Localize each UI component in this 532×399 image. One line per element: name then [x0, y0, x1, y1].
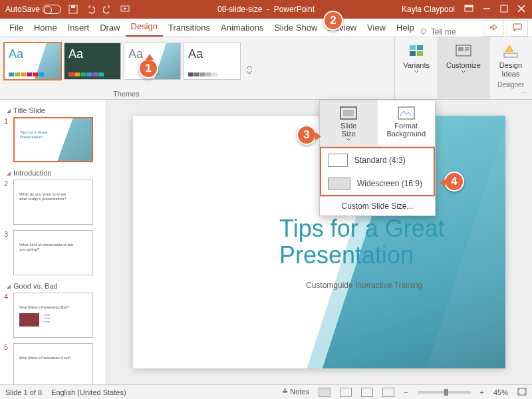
format-background-icon	[397, 106, 416, 120]
tab-design[interactable]: Design	[126, 18, 163, 37]
section-header[interactable]: Introduction	[3, 166, 103, 178]
redo-icon[interactable]	[102, 4, 113, 15]
aspect-16-9-icon	[328, 178, 350, 190]
zoom-slider[interactable]	[418, 391, 471, 394]
thumb-number: 5	[4, 343, 11, 351]
share-icon[interactable]	[483, 20, 504, 37]
svg-point-9	[421, 29, 426, 33]
svg-rect-4	[465, 5, 473, 7]
autosave-toggle[interactable]: AutoSave	[5, 5, 61, 14]
close-icon[interactable]	[517, 5, 525, 15]
language[interactable]: English (United States)	[51, 388, 126, 396]
customize-dropdown: Slide Size Format Background Standard (4…	[319, 100, 436, 216]
lightbulb-icon	[420, 28, 428, 37]
thumb-number: 2	[4, 180, 11, 188]
svg-rect-13	[417, 45, 423, 50]
thumb-number: 1	[4, 117, 11, 125]
thumb-number: 3	[4, 230, 11, 238]
option-widescreen[interactable]: Widescreen (16:9)	[321, 172, 434, 195]
theme-tile-2[interactable]: Aa	[64, 43, 121, 80]
theme-tile-1[interactable]: Aa	[4, 43, 61, 80]
svg-rect-15	[417, 51, 423, 56]
slide-title[interactable]: Tips for a Great Presentation	[279, 215, 445, 268]
comments-icon[interactable]	[507, 20, 528, 37]
tab-draw[interactable]: Draw	[94, 19, 125, 37]
zoom-in-icon[interactable]: +	[480, 388, 484, 396]
option-custom-size[interactable]: Custom Slide Size...	[320, 196, 435, 215]
customize-button[interactable]: Customize	[438, 37, 489, 99]
collapse-ribbon-icon[interactable]: ︿	[521, 87, 528, 96]
slide-size-button[interactable]: Slide Size	[320, 100, 378, 146]
option-standard[interactable]: Standard (4:3)	[321, 148, 434, 172]
zoom-level[interactable]: 45%	[493, 388, 508, 396]
user-name[interactable]: Kayla Claypool	[402, 5, 455, 14]
tab-slideshow[interactable]: Slide Show	[269, 19, 323, 37]
start-slideshow-icon[interactable]	[120, 4, 130, 15]
slide-thumbnail-panel[interactable]: Title Slide 1 Tips for a Great Presentat…	[0, 100, 106, 384]
window-title: 08-slide-size - PowerPoint	[130, 5, 402, 14]
theme-tile-4[interactable]: Aa	[184, 43, 241, 80]
slide-thumbnail-1[interactable]: Tips for a Great Presentation	[13, 117, 93, 162]
ribbon-tabs: File Home Insert Draw Design Transitions…	[0, 19, 532, 37]
zoom-out-icon[interactable]: −	[404, 388, 408, 396]
theme-more-icon[interactable]	[243, 43, 254, 96]
aspect-4-3-icon	[328, 154, 348, 167]
callout-1: 1	[138, 59, 158, 78]
undo-icon[interactable]	[85, 4, 96, 15]
work-area: Title Slide 1 Tips for a Great Presentat…	[0, 100, 532, 384]
slide-thumbnail-4[interactable]: What Makes a Presentation Bad? • item• i…	[13, 293, 93, 338]
title-bar: AutoSave 08-slide-size - PowerPoint Kayl…	[0, 0, 532, 19]
notes-button[interactable]: ≜ Notes	[282, 388, 309, 396]
svg-rect-14	[410, 51, 416, 56]
save-icon[interactable]	[68, 4, 78, 15]
callout-2: 2	[323, 11, 343, 31]
callout-4: 4	[444, 172, 464, 192]
tab-home[interactable]: Home	[29, 19, 63, 37]
chevron-down-icon	[346, 138, 351, 141]
slide-thumbnail-3[interactable]: What kind of presentations are you givin…	[13, 230, 93, 275]
tell-me-search[interactable]: Tell me	[420, 27, 456, 37]
sorter-view-icon[interactable]	[340, 388, 352, 397]
slide-size-options: Standard (4:3) Widescreen (16:9)	[320, 147, 435, 196]
toggle-off-icon	[43, 5, 61, 14]
normal-view-icon[interactable]	[319, 388, 331, 397]
format-background-button[interactable]: Format Background	[378, 100, 436, 146]
minimize-icon[interactable]	[483, 5, 491, 15]
section-header[interactable]: Title Slide	[3, 104, 103, 116]
svg-rect-1	[71, 5, 75, 8]
callout-3: 3	[297, 125, 317, 145]
slide-thumbnail-2[interactable]: What do you want to know after today's p…	[13, 180, 93, 225]
tab-view[interactable]: View	[362, 19, 391, 37]
ribbon: Aa Aa Aa Aa Themes Variants Cus	[0, 37, 532, 100]
design-ideas-icon	[501, 41, 520, 60]
slide-subtitle[interactable]: Customguide Interactive Training	[306, 281, 422, 290]
thumb-number: 4	[4, 293, 11, 301]
tab-insert[interactable]: Insert	[63, 19, 95, 37]
slideshow-view-icon[interactable]	[382, 388, 394, 397]
svg-rect-17	[458, 47, 464, 51]
ribbon-options-icon[interactable]	[464, 5, 473, 15]
variants-button[interactable]: Variants	[394, 37, 438, 99]
maximize-icon[interactable]	[500, 5, 508, 15]
section-header[interactable]: Good vs. Bad	[3, 279, 103, 291]
customize-icon	[454, 41, 473, 60]
slide-size-icon	[339, 106, 358, 120]
svg-rect-12	[410, 45, 416, 50]
fit-to-window-icon[interactable]	[517, 388, 527, 397]
chevron-down-icon	[461, 70, 466, 73]
reading-view-icon[interactable]	[361, 388, 373, 397]
svg-rect-22	[343, 110, 354, 116]
variants-icon	[407, 41, 426, 60]
svg-rect-6	[501, 5, 507, 12]
status-bar: Slide 1 of 8 English (United States) ≜ N…	[0, 384, 532, 399]
svg-rect-20	[504, 53, 517, 57]
tab-file[interactable]: File	[4, 19, 29, 37]
svg-rect-11	[513, 24, 521, 29]
tab-animations[interactable]: Animations	[215, 19, 269, 37]
tab-transitions[interactable]: Transitions	[163, 19, 215, 37]
tab-help[interactable]: Help	[391, 19, 420, 37]
slide-thumbnail-5[interactable]: What Makes a Presentation Good?	[13, 343, 93, 384]
svg-rect-23	[398, 107, 414, 119]
slide-count[interactable]: Slide 1 of 8	[5, 388, 42, 396]
themes-group-label: Themes	[113, 90, 140, 98]
